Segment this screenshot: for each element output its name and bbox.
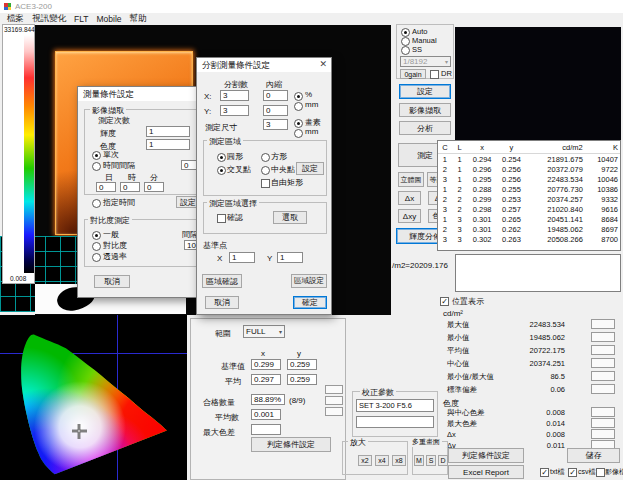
result-list-box[interactable] bbox=[455, 254, 621, 292]
area-select-label: 測定區域選擇 bbox=[207, 198, 259, 209]
table-row[interactable]: 310.2950.25622483.53410046 bbox=[438, 174, 620, 184]
table-cell: 0.265 bbox=[497, 215, 526, 224]
interval-field[interactable]: 0 bbox=[181, 160, 197, 170]
zoom-x8-button[interactable]: x8 bbox=[392, 455, 406, 466]
indicator-box bbox=[591, 418, 615, 428]
reference-x-value: 0.299 bbox=[254, 360, 274, 369]
txt-file-checkbox[interactable] bbox=[540, 468, 549, 477]
multi-d-button[interactable]: D bbox=[438, 455, 448, 466]
table-row[interactable]: 220.2990.25320374.2579332 bbox=[438, 194, 620, 204]
table-row[interactable]: 120.2880.25520776.73010386 bbox=[438, 184, 620, 194]
delta-xy-button[interactable]: Δxy bbox=[398, 209, 421, 223]
x-inset-field[interactable]: 0 bbox=[263, 90, 288, 101]
camera-view[interactable] bbox=[455, 27, 621, 141]
base-x-field[interactable]: 1 bbox=[229, 252, 255, 263]
y-inset-value: 0 bbox=[266, 106, 270, 115]
center-point-radio[interactable] bbox=[261, 166, 270, 175]
table-row[interactable]: 130.3010.26520451.1418684 bbox=[438, 214, 620, 224]
cie-diagram-panel[interactable] bbox=[0, 315, 187, 480]
split-dialog-ok-button[interactable]: 確定 bbox=[293, 296, 327, 309]
circle-radio[interactable] bbox=[217, 153, 226, 162]
excel-report-button[interactable]: Excel Report bbox=[448, 465, 524, 479]
pixel-radio[interactable] bbox=[294, 119, 303, 128]
transmittance-radio[interactable] bbox=[92, 253, 101, 262]
judge-condition-button-2[interactable]: 判定條件設定 bbox=[251, 437, 331, 452]
title-bar[interactable]: ACE3-200 bbox=[0, 0, 623, 13]
range-dropdown[interactable]: FULL ▾ bbox=[243, 325, 285, 338]
split-dialog-cancel-button[interactable]: 取消 bbox=[205, 296, 239, 309]
measure-dialog-title-bar[interactable]: 測量條件設定 bbox=[78, 87, 201, 101]
auto-radio[interactable] bbox=[401, 28, 410, 37]
set-button[interactable]: 設定 bbox=[399, 84, 451, 99]
csv-file-checkbox[interactable] bbox=[568, 468, 577, 477]
shutter-value: 1/8192 bbox=[403, 57, 427, 66]
specified-time-radio[interactable] bbox=[92, 199, 101, 208]
free-rect-checkbox[interactable] bbox=[261, 179, 270, 188]
analyze-button[interactable]: 分析 bbox=[399, 121, 451, 135]
chroma-count-field[interactable]: 1 bbox=[146, 139, 190, 150]
calibration-empty-field[interactable] bbox=[356, 416, 434, 428]
judge-condition-button[interactable]: 判定條件設定 bbox=[448, 448, 524, 463]
table-row[interactable]: 320.2980.25721020.8409616 bbox=[438, 204, 620, 214]
zoom-x4-button[interactable]: x4 bbox=[375, 455, 389, 466]
menu-flt[interactable]: FLT bbox=[70, 13, 92, 25]
menu-help[interactable]: 幫助 bbox=[126, 12, 151, 26]
split-dialog-title-bar[interactable]: 分割測量條件設定 ✕ bbox=[197, 58, 331, 72]
table-row[interactable]: 210.2960.25620372.0799722 bbox=[438, 164, 620, 174]
table-header: C L x y cd/m2 K bbox=[438, 141, 620, 154]
area-set-button[interactable]: 設定 bbox=[296, 162, 324, 175]
single-radio[interactable] bbox=[92, 151, 101, 160]
indicator-box bbox=[591, 319, 615, 329]
y-inset-field[interactable]: 0 bbox=[263, 105, 288, 116]
base-y-field[interactable]: 1 bbox=[277, 252, 303, 263]
base-point-label: 基準点 bbox=[203, 240, 227, 251]
x-column-header: x bbox=[261, 349, 265, 358]
average-x-value: 0.297 bbox=[254, 375, 274, 384]
mm2-radio[interactable] bbox=[294, 129, 303, 138]
gain-button[interactable]: 0gain bbox=[400, 69, 426, 79]
calibration-value-field[interactable]: SET 3-200 F5.6 bbox=[356, 399, 434, 412]
dr-checkbox[interactable] bbox=[430, 70, 439, 79]
contrast-radio[interactable] bbox=[92, 242, 101, 251]
day-field[interactable]: 0 bbox=[96, 182, 116, 192]
minute-field[interactable]: 0 bbox=[144, 182, 164, 192]
delta-x-button[interactable]: Δx bbox=[398, 191, 421, 205]
close-icon[interactable]: ✕ bbox=[319, 59, 327, 69]
menu-mobile[interactable]: Mobile bbox=[92, 13, 125, 25]
cross-point-radio[interactable] bbox=[217, 166, 226, 175]
multi-s-button[interactable]: S bbox=[426, 455, 436, 466]
ss-radio[interactable] bbox=[401, 46, 410, 55]
general-radio[interactable] bbox=[92, 231, 101, 240]
zoom-x2-button[interactable]: x2 bbox=[358, 455, 372, 466]
confirm-checkbox[interactable] bbox=[217, 214, 226, 223]
square-radio[interactable] bbox=[261, 153, 270, 162]
size-field[interactable]: 3 bbox=[263, 119, 288, 130]
table-row[interactable]: 230.3010.26219485.0628697 bbox=[438, 224, 620, 234]
image-file-checkbox[interactable] bbox=[596, 468, 605, 477]
hour-field[interactable]: 0 bbox=[120, 182, 140, 192]
x-split-field[interactable]: 3 bbox=[220, 90, 249, 101]
multi-m-button[interactable]: M bbox=[414, 455, 424, 466]
capture-button[interactable]: 影像擷取 bbox=[399, 103, 451, 117]
manual-radio[interactable] bbox=[401, 37, 410, 46]
solid-view-button[interactable]: 立體圖 bbox=[398, 172, 424, 187]
area-confirm-button[interactable]: 區域確認 bbox=[202, 274, 242, 288]
average-y-value: 0.259 bbox=[290, 375, 310, 384]
y-split-field[interactable]: 3 bbox=[220, 105, 249, 116]
position-display-checkbox[interactable] bbox=[440, 297, 449, 306]
table-row[interactable]: 110.2940.25421891.67510407 bbox=[438, 154, 620, 164]
table-cell: 21891.675 bbox=[526, 155, 585, 164]
pick-button[interactable]: 選取 bbox=[273, 211, 307, 224]
calibration-title: 校正參數 bbox=[360, 387, 396, 398]
area-setting-button[interactable]: 區域設定 bbox=[291, 274, 327, 288]
interval-radio[interactable] bbox=[92, 162, 101, 171]
reference-x-field[interactable]: 0.299 bbox=[251, 359, 281, 370]
table-row[interactable]: 330.3020.26320508.2668700 bbox=[438, 234, 620, 244]
lum-count-field[interactable]: 1 bbox=[146, 126, 190, 137]
shutter-dropdown[interactable]: 1/8192 ▾ bbox=[400, 56, 451, 67]
measure-dialog-cancel-button[interactable]: 取消 bbox=[94, 275, 130, 288]
percent-radio[interactable] bbox=[294, 92, 303, 101]
reference-y-field[interactable]: 0.259 bbox=[287, 359, 317, 370]
mm-radio[interactable] bbox=[294, 102, 303, 111]
save-button[interactable]: 儲存 bbox=[567, 448, 620, 463]
